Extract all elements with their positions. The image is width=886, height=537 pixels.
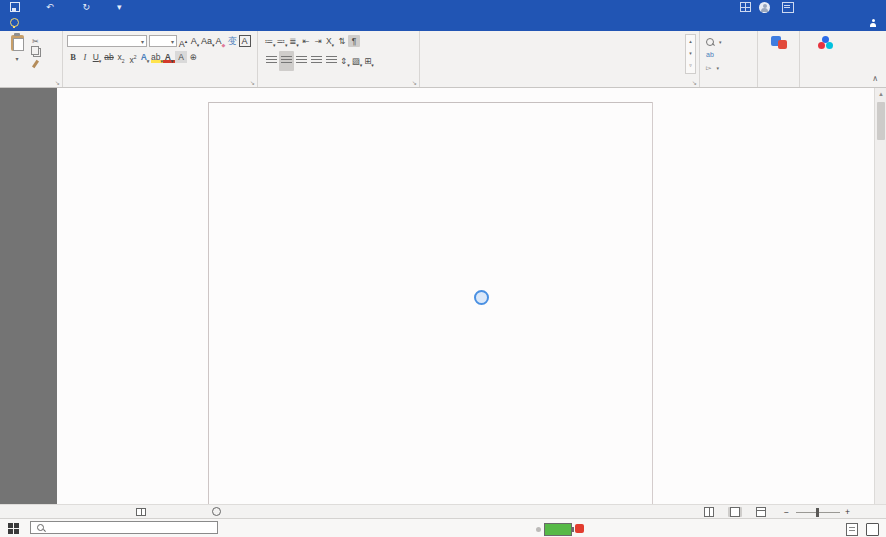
undo-icon[interactable]: ↶ <box>46 1 54 13</box>
share-button[interactable] <box>869 14 880 31</box>
styles-dialog-launcher[interactable]: ↘ <box>692 79 697 86</box>
highlight-color-icon[interactable]: ab▾ <box>151 51 163 63</box>
font-color-icon[interactable]: A▾ <box>163 51 175 63</box>
font-group: ▾ ▾ A▴ A▾ Aa▾ A◆ 变 A B I U▾ ab x2 x2 A▾ … <box>63 31 258 87</box>
document-tray-icon[interactable] <box>846 523 858 536</box>
align-left-icon[interactable] <box>264 51 279 71</box>
clear-formatting-icon[interactable]: A◆ <box>215 35 227 47</box>
asian-layout-icon[interactable]: X▾ <box>324 35 336 47</box>
paragraph-dialog-launcher[interactable]: ↘ <box>412 79 417 86</box>
search-input[interactable] <box>49 523 217 533</box>
editing-group: ▾ ab ▻▾ <box>700 31 758 87</box>
italic-icon[interactable]: I <box>79 51 91 63</box>
customize-quick-access-icon[interactable]: ▾ <box>117 1 122 13</box>
paste-icon <box>11 35 24 51</box>
read-mode-icon[interactable] <box>702 507 716 517</box>
format-painter-button[interactable] <box>32 58 62 69</box>
underline-icon[interactable]: U▾ <box>91 51 103 63</box>
font-size-combo[interactable]: ▾ <box>149 35 177 47</box>
close-button[interactable] <box>860 0 886 14</box>
ribbon: ▾ ✂ ↘ ▾ ▾ A▴ A▾ Aa▾ A◆ 变 A B <box>0 31 886 88</box>
scrollbar-thumb[interactable] <box>877 102 885 140</box>
weather-status[interactable] <box>575 524 587 533</box>
scroll-up-icon[interactable]: ▲ <box>877 90 885 98</box>
shrink-font-icon[interactable]: A▾ <box>189 35 201 47</box>
title-bar: ↶ ↻ ▾ <box>0 0 886 14</box>
text-effects-icon[interactable]: A▾ <box>139 51 151 63</box>
clipboard-dialog-launcher[interactable]: ↘ <box>55 79 60 86</box>
paste-dropdown-arrow[interactable]: ▾ <box>4 55 30 62</box>
vertical-scrollbar[interactable]: ▲ <box>874 88 886 504</box>
change-case-icon[interactable]: Aa▾ <box>201 35 215 47</box>
document-area: ▲ <box>0 88 886 504</box>
grow-font-icon[interactable]: A▴ <box>177 35 189 47</box>
baidu-netdisk-icon <box>818 36 834 49</box>
save-to-baidu-netdisk-button[interactable] <box>800 35 851 55</box>
show-hide-marks-icon[interactable]: ¶ <box>348 35 360 47</box>
find-icon <box>706 38 714 46</box>
increase-indent-icon[interactable]: ⇥ <box>312 35 324 47</box>
zoom-slider-thumb[interactable] <box>816 508 819 517</box>
multilevel-list-icon[interactable]: ≣▾ <box>288 35 300 47</box>
numbering-icon[interactable]: ≕▾ <box>276 35 288 47</box>
battery-icon <box>544 523 572 536</box>
battery-status[interactable] <box>536 523 572 536</box>
styles-gallery-scroll[interactable]: ▴▾▿ <box>685 34 696 74</box>
paste-button[interactable]: ▾ <box>4 35 30 79</box>
font-name-combo[interactable]: ▾ <box>67 35 147 47</box>
replace-button[interactable]: ab <box>706 48 722 61</box>
ribbon-display-options-icon[interactable] <box>782 2 794 13</box>
decrease-indent-icon[interactable]: ⇤ <box>300 35 312 47</box>
zoom-in-icon[interactable]: + <box>845 507 850 517</box>
web-layout-icon[interactable] <box>754 507 768 517</box>
print-layout-icon[interactable] <box>728 507 742 517</box>
font-dialog-launcher[interactable]: ↘ <box>250 79 255 86</box>
accessibility-status[interactable] <box>212 507 223 517</box>
copy-button[interactable] <box>32 47 62 58</box>
pinyin-guide-icon[interactable]: 变 <box>227 35 239 47</box>
screen: ↶ ↻ ▾ ▾ <box>0 0 886 537</box>
enclose-characters-icon[interactable]: ⊕ <box>187 51 199 63</box>
superscript-icon[interactable]: x2 <box>127 51 139 63</box>
line-spacing-icon[interactable]: ⇕▾ <box>339 55 351 67</box>
save-icon[interactable] <box>10 2 20 12</box>
weather-icon <box>575 524 584 533</box>
justify-icon[interactable] <box>309 51 324 71</box>
scissors-icon: ✂ <box>32 37 39 46</box>
ribbon-grid-icon[interactable] <box>740 2 751 12</box>
tell-me-search[interactable] <box>0 14 23 31</box>
subscript-icon[interactable]: x2 <box>115 51 127 63</box>
borders-icon[interactable]: ⊞▾ <box>363 55 375 67</box>
text-boundary-top <box>208 102 653 103</box>
clipboard-group: ▾ ✂ ↘ <box>0 31 63 87</box>
format-painter-icon <box>32 59 39 67</box>
copy-icon <box>33 48 41 57</box>
bold-icon[interactable]: B <box>67 51 79 63</box>
character-border-icon[interactable]: A <box>239 35 251 47</box>
proofing-icon[interactable] <box>136 507 146 517</box>
character-shading-icon[interactable]: A <box>175 51 187 63</box>
open-youdao-translate-button[interactable] <box>758 35 799 55</box>
minimize-button[interactable] <box>808 0 834 14</box>
align-center-icon[interactable] <box>279 51 294 71</box>
align-right-icon[interactable] <box>294 51 309 71</box>
bullets-icon[interactable]: ≔▾ <box>264 35 276 47</box>
find-button[interactable]: ▾ <box>706 35 722 48</box>
sort-icon[interactable]: ⇅ <box>336 35 348 47</box>
shading-icon[interactable]: ▨▾ <box>351 55 363 67</box>
text-boundary-left <box>208 102 209 504</box>
share-person-icon <box>869 19 877 27</box>
select-button[interactable]: ▻▾ <box>706 61 722 74</box>
taskbar-search[interactable] <box>30 521 218 534</box>
collapse-ribbon-icon[interactable]: ∧ <box>872 74 878 83</box>
strikethrough-icon[interactable]: ab <box>103 51 115 63</box>
document-page[interactable] <box>57 88 874 504</box>
zoom-out-icon[interactable]: − <box>784 507 789 517</box>
notification-center-icon[interactable] <box>866 523 879 536</box>
charging-icon <box>536 527 541 532</box>
user-avatar[interactable] <box>759 2 770 13</box>
redo-icon[interactable]: ↻ <box>83 1 91 13</box>
distribute-icon[interactable] <box>324 51 339 71</box>
maximize-button[interactable] <box>834 0 860 14</box>
start-button[interactable] <box>8 523 19 534</box>
